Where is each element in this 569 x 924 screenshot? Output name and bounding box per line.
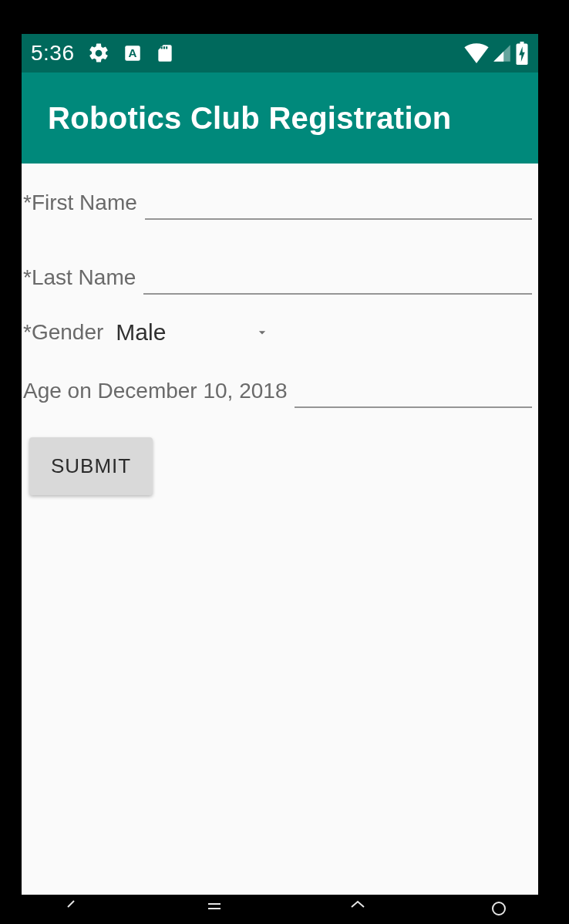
gender-label: *Gender [23,320,114,345]
status-left: 5:36 A [31,41,175,66]
status-right [464,42,529,65]
home-icon[interactable] [345,898,371,916]
cell-signal-icon [492,43,512,63]
svg-text:A: A [128,46,136,59]
page-title: Robotics Club Registration [48,101,451,136]
device-frame: 5:36 A [0,0,569,924]
battery-charging-icon [515,42,529,65]
screen: 5:36 A [22,34,538,898]
registration-form: *First Name *Last Name *Gender Male Age … [22,187,538,495]
submit-row: SUBMIT [22,422,538,495]
age-row: Age on December 10, 2018 [22,375,538,408]
last-name-input[interactable] [143,261,532,295]
circle-icon[interactable] [487,898,510,916]
gear-icon [87,42,110,65]
age-label: Age on December 10, 2018 [23,379,295,408]
app-bar: Robotics Club Registration [22,73,538,164]
gender-spinner[interactable]: Male [114,316,271,349]
submit-button[interactable]: SUBMIT [29,437,153,495]
svg-point-6 [493,902,505,915]
svg-rect-3 [520,42,524,45]
sd-card-icon [155,42,175,65]
status-clock: 5:36 [31,41,75,66]
last-name-row: *Last Name [22,261,538,295]
gender-row: *Gender Male [22,316,538,349]
status-bar: 5:36 A [22,34,538,73]
first-name-input[interactable] [145,187,532,220]
last-name-label: *Last Name [23,265,143,295]
keyboard-icon: A [123,43,143,63]
chevron-down-icon [254,325,270,340]
gender-value: Male [116,319,166,346]
back-icon[interactable] [59,898,85,916]
overview-icon[interactable] [201,898,227,916]
first-name-row: *First Name [22,187,538,220]
first-name-label: *First Name [23,191,145,220]
system-nav-bar [0,895,569,924]
wifi-icon [464,43,489,63]
age-input[interactable] [295,375,532,408]
